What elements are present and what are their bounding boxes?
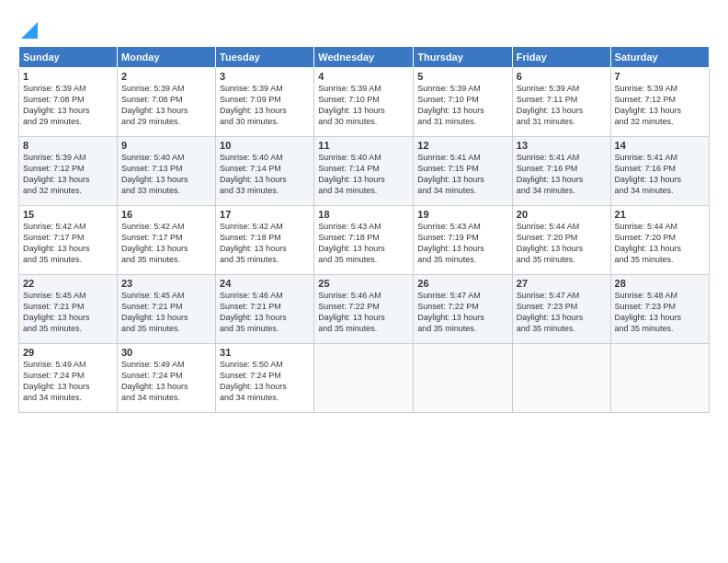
header-cell-wednesday: Wednesday	[314, 47, 414, 68]
day-cell: 13Sunrise: 5:41 AM Sunset: 7:16 PM Dayli…	[512, 137, 610, 206]
day-number: 24	[220, 278, 310, 289]
day-info: Sunrise: 5:47 AM Sunset: 7:23 PM Dayligh…	[517, 290, 607, 335]
day-cell: 3Sunrise: 5:39 AM Sunset: 7:09 PM Daylig…	[216, 68, 314, 137]
day-info: Sunrise: 5:39 AM Sunset: 7:11 PM Dayligh…	[517, 83, 607, 128]
day-info: Sunrise: 5:46 AM Sunset: 7:21 PM Dayligh…	[220, 290, 310, 335]
page: SundayMondayTuesdayWednesdayThursdayFrid…	[0, 0, 728, 563]
day-number: 13	[517, 140, 607, 151]
day-info: Sunrise: 5:44 AM Sunset: 7:20 PM Dayligh…	[615, 221, 705, 266]
day-info: Sunrise: 5:40 AM Sunset: 7:13 PM Dayligh…	[121, 152, 211, 197]
header-cell-tuesday: Tuesday	[216, 47, 314, 68]
day-cell: 19Sunrise: 5:43 AM Sunset: 7:19 PM Dayli…	[414, 206, 512, 275]
day-number: 9	[121, 140, 211, 151]
day-number: 28	[615, 278, 705, 289]
day-number: 19	[417, 209, 507, 220]
day-number: 22	[23, 278, 113, 289]
day-cell: 14Sunrise: 5:41 AM Sunset: 7:16 PM Dayli…	[610, 137, 709, 206]
day-info: Sunrise: 5:47 AM Sunset: 7:22 PM Dayligh…	[417, 290, 507, 335]
day-cell: 1Sunrise: 5:39 AM Sunset: 7:08 PM Daylig…	[19, 68, 118, 137]
day-number: 6	[517, 71, 607, 82]
day-info: Sunrise: 5:41 AM Sunset: 7:16 PM Dayligh…	[615, 152, 705, 197]
day-info: Sunrise: 5:41 AM Sunset: 7:16 PM Dayligh…	[517, 152, 607, 197]
day-number: 10	[220, 140, 310, 151]
header-cell-thursday: Thursday	[414, 47, 512, 68]
day-number: 17	[220, 209, 310, 220]
day-number: 7	[615, 71, 705, 82]
day-cell: 22Sunrise: 5:45 AM Sunset: 7:21 PM Dayli…	[19, 275, 118, 344]
day-info: Sunrise: 5:43 AM Sunset: 7:19 PM Dayligh…	[417, 221, 507, 266]
calendar-body: 1Sunrise: 5:39 AM Sunset: 7:08 PM Daylig…	[19, 68, 710, 413]
day-cell: 21Sunrise: 5:44 AM Sunset: 7:20 PM Dayli…	[610, 206, 709, 275]
day-info: Sunrise: 5:42 AM Sunset: 7:17 PM Dayligh…	[23, 221, 113, 266]
day-info: Sunrise: 5:41 AM Sunset: 7:15 PM Dayligh…	[417, 152, 507, 197]
day-info: Sunrise: 5:40 AM Sunset: 7:14 PM Dayligh…	[318, 152, 409, 197]
week-row-1: 1Sunrise: 5:39 AM Sunset: 7:08 PM Daylig…	[19, 68, 710, 137]
day-cell	[314, 344, 414, 413]
day-cell: 31Sunrise: 5:50 AM Sunset: 7:24 PM Dayli…	[216, 344, 314, 413]
day-number: 12	[417, 140, 507, 151]
day-cell: 6Sunrise: 5:39 AM Sunset: 7:11 PM Daylig…	[512, 68, 610, 137]
day-info: Sunrise: 5:45 AM Sunset: 7:21 PM Dayligh…	[121, 290, 211, 335]
week-row-3: 15Sunrise: 5:42 AM Sunset: 7:17 PM Dayli…	[19, 206, 710, 275]
day-info: Sunrise: 5:49 AM Sunset: 7:24 PM Dayligh…	[121, 359, 211, 404]
day-number: 8	[23, 140, 113, 151]
day-cell: 11Sunrise: 5:40 AM Sunset: 7:14 PM Dayli…	[314, 137, 414, 206]
day-info: Sunrise: 5:45 AM Sunset: 7:21 PM Dayligh…	[23, 290, 113, 335]
day-cell: 7Sunrise: 5:39 AM Sunset: 7:12 PM Daylig…	[610, 68, 709, 137]
day-cell: 24Sunrise: 5:46 AM Sunset: 7:21 PM Dayli…	[216, 275, 314, 344]
day-info: Sunrise: 5:40 AM Sunset: 7:14 PM Dayligh…	[220, 152, 310, 197]
day-number: 29	[23, 347, 113, 358]
logo	[18, 17, 38, 39]
day-number: 27	[517, 278, 607, 289]
day-cell: 28Sunrise: 5:48 AM Sunset: 7:23 PM Dayli…	[610, 275, 709, 344]
day-number: 31	[220, 347, 310, 358]
day-cell: 2Sunrise: 5:39 AM Sunset: 7:08 PM Daylig…	[118, 68, 216, 137]
day-number: 23	[121, 278, 211, 289]
day-cell: 15Sunrise: 5:42 AM Sunset: 7:17 PM Dayli…	[19, 206, 118, 275]
day-cell: 12Sunrise: 5:41 AM Sunset: 7:15 PM Dayli…	[414, 137, 512, 206]
day-cell	[610, 344, 709, 413]
day-cell: 27Sunrise: 5:47 AM Sunset: 7:23 PM Dayli…	[512, 275, 610, 344]
day-cell: 8Sunrise: 5:39 AM Sunset: 7:12 PM Daylig…	[19, 137, 118, 206]
day-number: 4	[318, 71, 409, 82]
day-cell: 26Sunrise: 5:47 AM Sunset: 7:22 PM Dayli…	[414, 275, 512, 344]
header-cell-friday: Friday	[512, 47, 610, 68]
day-number: 3	[220, 71, 310, 82]
day-info: Sunrise: 5:50 AM Sunset: 7:24 PM Dayligh…	[220, 359, 310, 404]
logo-arrow-icon	[21, 18, 38, 39]
day-info: Sunrise: 5:39 AM Sunset: 7:08 PM Dayligh…	[121, 83, 211, 128]
day-cell	[512, 344, 610, 413]
day-cell: 20Sunrise: 5:44 AM Sunset: 7:20 PM Dayli…	[512, 206, 610, 275]
day-info: Sunrise: 5:42 AM Sunset: 7:18 PM Dayligh…	[220, 221, 310, 266]
header-cell-monday: Monday	[118, 47, 216, 68]
day-info: Sunrise: 5:39 AM Sunset: 7:12 PM Dayligh…	[615, 83, 705, 128]
day-info: Sunrise: 5:39 AM Sunset: 7:09 PM Dayligh…	[220, 83, 310, 128]
day-info: Sunrise: 5:46 AM Sunset: 7:22 PM Dayligh…	[318, 290, 409, 335]
day-info: Sunrise: 5:48 AM Sunset: 7:23 PM Dayligh…	[615, 290, 705, 335]
day-number: 11	[318, 140, 409, 151]
day-number: 21	[615, 209, 705, 220]
day-number: 2	[121, 71, 211, 82]
calendar-table: SundayMondayTuesdayWednesdayThursdayFrid…	[18, 46, 710, 413]
day-number: 1	[23, 71, 113, 82]
day-cell: 16Sunrise: 5:42 AM Sunset: 7:17 PM Dayli…	[118, 206, 216, 275]
day-cell: 30Sunrise: 5:49 AM Sunset: 7:24 PM Dayli…	[118, 344, 216, 413]
day-info: Sunrise: 5:49 AM Sunset: 7:24 PM Dayligh…	[23, 359, 113, 404]
day-info: Sunrise: 5:43 AM Sunset: 7:18 PM Dayligh…	[318, 221, 409, 266]
day-cell: 18Sunrise: 5:43 AM Sunset: 7:18 PM Dayli…	[314, 206, 414, 275]
day-cell: 10Sunrise: 5:40 AM Sunset: 7:14 PM Dayli…	[216, 137, 314, 206]
day-number: 15	[23, 209, 113, 220]
day-number: 20	[517, 209, 607, 220]
day-info: Sunrise: 5:39 AM Sunset: 7:10 PM Dayligh…	[318, 83, 409, 128]
day-number: 5	[417, 71, 507, 82]
day-cell: 4Sunrise: 5:39 AM Sunset: 7:10 PM Daylig…	[314, 68, 414, 137]
day-info: Sunrise: 5:39 AM Sunset: 7:08 PM Dayligh…	[23, 83, 113, 128]
header-cell-saturday: Saturday	[610, 47, 709, 68]
day-info: Sunrise: 5:39 AM Sunset: 7:12 PM Dayligh…	[23, 152, 113, 197]
header-cell-sunday: Sunday	[19, 47, 118, 68]
day-cell: 29Sunrise: 5:49 AM Sunset: 7:24 PM Dayli…	[19, 344, 118, 413]
week-row-2: 8Sunrise: 5:39 AM Sunset: 7:12 PM Daylig…	[19, 137, 710, 206]
header-row: SundayMondayTuesdayWednesdayThursdayFrid…	[19, 47, 710, 68]
day-number: 26	[417, 278, 507, 289]
day-number: 16	[121, 209, 211, 220]
